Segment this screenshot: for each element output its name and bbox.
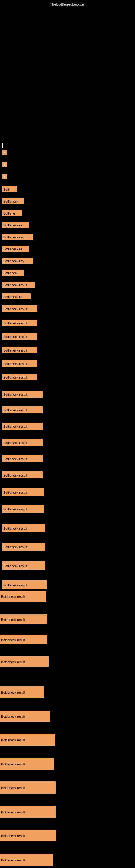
bottleneck-result-item[interactable]: Bottleneck result	[2, 439, 43, 446]
bottleneck-result-item[interactable]: Bottleneck result	[0, 854, 53, 866]
bottleneck-result-item[interactable]: Bottleneck result	[0, 781, 56, 794]
bottleneck-result-item[interactable]: Bottleneck result	[2, 360, 37, 367]
bottleneck-result-item[interactable]: Bottleneck result	[2, 542, 45, 551]
bottleneck-result-item[interactable]: B	[2, 174, 7, 179]
site-title: TheBottlenecker.com	[50, 2, 85, 6]
bottleneck-result-item[interactable]: Bottleneck result	[2, 374, 37, 380]
bottleneck-result-item[interactable]: Bottleneck result	[2, 282, 35, 287]
bottleneck-result-item[interactable]: Bottleneck result	[2, 406, 43, 413]
bottleneck-result-item[interactable]: Bottleneck result	[0, 711, 50, 721]
bottleneck-result-item[interactable]: Bottleneck result	[0, 656, 49, 667]
bottleneck-result-item[interactable]: Bottleneck result	[2, 455, 43, 462]
bottleneck-result-item[interactable]: Bottleneck result	[0, 590, 46, 602]
bottleneck-result-item[interactable]: Bottleneck result	[2, 305, 37, 312]
bottleneck-result-item[interactable]: Bottleneck result	[2, 561, 45, 569]
bottleneck-result-item[interactable]: Bottleneck result	[0, 614, 47, 624]
bottleneck-result-item[interactable]: Bottlene	[2, 210, 21, 216]
bottleneck-result-item[interactable]: Bottleneck resu	[2, 234, 33, 240]
bottleneck-result-item[interactable]: Bottleneck result	[0, 686, 44, 698]
bottleneck-result-item[interactable]: Bottleneck re	[2, 222, 29, 228]
bottleneck-result-item[interactable]: Bottleneck res	[2, 258, 33, 264]
bottleneck-result-item[interactable]: Bottleneck result	[2, 524, 45, 532]
bottleneck-result-item[interactable]: Bottleneck re	[2, 293, 31, 300]
bottleneck-result-item[interactable]: Bottleneck result	[2, 471, 43, 478]
cursor-line	[2, 143, 3, 148]
bottleneck-result-item[interactable]: Bottleneck result	[2, 347, 37, 353]
bottleneck-result-item[interactable]: Bottleneck result	[0, 806, 56, 817]
bottleneck-result-item[interactable]: Bottleneck result	[2, 391, 43, 398]
bottleneck-result-item[interactable]: B	[2, 150, 7, 155]
bottleneck-result-item[interactable]: Bottleneck result	[2, 333, 37, 340]
bottleneck-result-item[interactable]: Bottleneck result	[2, 423, 43, 430]
bottleneck-result-item[interactable]: Bottleneck result	[0, 734, 55, 746]
bottleneck-result-item[interactable]: Bottleneck result	[2, 581, 47, 589]
bottleneck-result-item[interactable]: Bottleneck result	[2, 488, 44, 496]
bottleneck-result-item[interactable]: Bottleneck re	[2, 246, 29, 252]
bottleneck-result-item[interactable]: Bottleneck result	[0, 758, 54, 770]
bottleneck-result-item[interactable]: Bottleneck result	[2, 505, 44, 513]
bottleneck-result-item[interactable]: B	[2, 162, 7, 167]
bottleneck-result-item[interactable]: Bottleneck result	[0, 635, 47, 645]
bottleneck-result-item[interactable]: Bottleneck result	[2, 319, 37, 326]
bottleneck-result-item[interactable]: Bottleneck result	[0, 830, 56, 841]
bottleneck-result-item[interactable]: Bottleneck	[2, 198, 24, 204]
bottleneck-result-item[interactable]: Bottl	[2, 186, 17, 192]
bottleneck-result-item[interactable]: Bottleneck	[2, 270, 24, 276]
